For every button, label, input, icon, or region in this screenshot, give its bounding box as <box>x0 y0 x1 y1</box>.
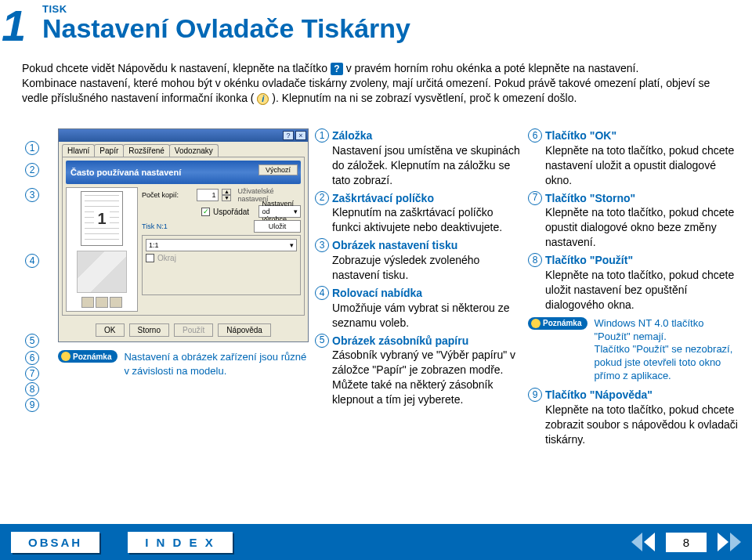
obsah-button[interactable]: OBSAH <box>11 532 99 553</box>
list-item: 8Tlačítko "Použít"Klepněte na toto tlačí… <box>528 253 743 313</box>
page-section-number: 1 <box>2 0 26 51</box>
dialog-screenshot: ? × Hlavní Papír Rozšířené Vodoznaky Čas… <box>58 128 309 342</box>
item-number: 8 <box>528 253 542 267</box>
item-body: Klepněte na toto tlačítko, pokud chcete … <box>545 143 743 188</box>
preset-select[interactable]: Nastavení od výrobce▾ <box>258 205 301 218</box>
prev-button[interactable] <box>631 533 655 551</box>
list-item: 3Obrázek nastavení tiskuZobrazuje výsled… <box>315 238 522 283</box>
item-title: Tlačítko "OK" <box>545 128 616 143</box>
tray-icons <box>81 297 122 308</box>
item-title: Obrázek nastavení tisku <box>332 238 457 253</box>
page-number: 8 <box>666 533 707 552</box>
tab-row: Hlavní Papír Rozšířené Vodoznaky <box>59 142 308 157</box>
item-title: Obrázek zásobníků papíru <box>332 334 468 349</box>
titlebar-close-button[interactable]: × <box>295 131 306 140</box>
info-icon: i <box>257 93 269 105</box>
item-number: 9 <box>528 388 542 402</box>
copies-spinner[interactable]: ▲▼ <box>222 189 231 201</box>
callout-8: 8 <box>25 382 39 396</box>
list-item: 9Tlačítko "Nápověda"Klepněte na toto tla… <box>528 388 743 447</box>
cancel-button[interactable]: Storno <box>129 323 169 337</box>
callout-2: 2 <box>25 163 39 177</box>
intro-paragraph: Pokud chcete vidět Nápovědu k nastavení,… <box>22 61 736 106</box>
item-number: 3 <box>315 238 329 252</box>
item-body: Klepněte na toto tlačítko, pokud chcete … <box>545 268 743 313</box>
explanation-list-b: 6Tlačítko "OK"Klepněte na toto tlačítko,… <box>528 128 743 450</box>
item-number: 1 <box>315 128 329 143</box>
tisk-select[interactable]: 1:1▾ <box>146 239 297 251</box>
item-body: Klepnutím na zaškrtávací políčko funkci … <box>332 205 522 235</box>
next-button[interactable] <box>718 533 741 551</box>
item-body: Klepněte na toto tlačítko, pokud chcete … <box>545 205 743 250</box>
list-item: 4Rolovací nabídkaUmožňuje vám vybrat si … <box>315 286 522 331</box>
list-item: 1ZáložkaNastavení jsou umístěna ve skupi… <box>315 128 522 188</box>
right-note-text: Windows NT 4.0 tlačítko "Použít" nemají.… <box>594 317 743 383</box>
help-button[interactable]: Nápověda <box>218 323 271 337</box>
item-body: Zobrazuje výsledek zvoleného nastavení t… <box>332 253 522 283</box>
index-button[interactable]: I N D E X <box>128 532 233 553</box>
border-checkbox[interactable] <box>146 254 154 262</box>
item-body: Nastavení jsou umístěna ve skupinách do … <box>332 143 522 188</box>
list-item: 7Tlačítko "Storno"Klepněte na toto tlačí… <box>528 191 743 251</box>
copies-label: Počet kopií: <box>142 191 193 199</box>
help-icon: ? <box>331 63 343 75</box>
collate-checkbox[interactable]: ✓ <box>201 208 210 216</box>
callout-5: 5 <box>25 334 39 348</box>
item-title: Rolovací nabídka <box>332 286 422 301</box>
item-body: Umožňuje vám vybrat si některou ze sezna… <box>332 301 522 331</box>
collate-label: Uspořádat <box>213 208 249 216</box>
preview-pane: 1 <box>66 187 138 312</box>
item-title: Tlačítko "Storno" <box>545 191 635 206</box>
printer-thumb <box>77 251 127 293</box>
titlebar-help-button[interactable]: ? <box>283 131 294 140</box>
apply-button[interactable]: Použít <box>174 323 213 337</box>
panel-banner: Často používaná nastavení Výchozí <box>66 161 301 184</box>
pin-icon <box>61 352 70 361</box>
callout-1: 1 <box>25 141 39 155</box>
page-title: Nastavení Ovladače Tiskárny <box>42 15 410 43</box>
callout-markers: 1 2 3 4 5 6 7 8 9 <box>16 128 52 410</box>
item-number: 2 <box>315 191 329 205</box>
callout-4: 4 <box>25 254 39 268</box>
note-badge: Poznámka <box>58 350 118 363</box>
page-thumb: 1 <box>81 191 123 246</box>
list-item: 5Obrázek zásobníků papíruZásobník vybran… <box>315 334 522 407</box>
callout-3: 3 <box>25 188 39 202</box>
border-label: Okraj <box>157 254 176 262</box>
item-body: Zásobník vybraný ve "Výběr papíru" v zál… <box>332 348 522 407</box>
list-item: 2Zaškrtávací políčkoKlepnutím na zaškrtá… <box>315 191 522 236</box>
callout-9: 9 <box>25 398 39 412</box>
callout-6: 6 <box>25 351 39 365</box>
tisk-label: Tisk N:1 <box>142 222 198 230</box>
item-number: 6 <box>528 128 542 143</box>
callout-7: 7 <box>25 367 39 381</box>
tab-vodoznaky[interactable]: Vodoznaky <box>169 144 219 157</box>
default-button[interactable]: Výchozí <box>258 164 298 175</box>
save-button[interactable]: Uložit <box>254 220 301 233</box>
tab-hlavni[interactable]: Hlavní <box>62 144 95 157</box>
item-title: Tlačítko "Nápověda" <box>545 388 653 403</box>
pin-icon <box>531 319 540 328</box>
list-item: 6Tlačítko "OK"Klepněte na toto tlačítko,… <box>528 128 743 188</box>
item-title: Zaškrtávací políčko <box>332 191 434 206</box>
note-badge: Poznámka <box>528 317 588 330</box>
item-number: 5 <box>315 334 329 348</box>
item-title: Tlačítko "Použít" <box>545 253 633 268</box>
tab-rozsirene[interactable]: Rozšířené <box>123 144 170 157</box>
item-body: Klepněte na toto tlačítko, pokud chcete … <box>545 403 743 447</box>
tab-papir[interactable]: Papír <box>94 144 124 157</box>
dialog-buttons: OK Storno Použít Nápověda <box>59 319 308 341</box>
item-number: 7 <box>528 191 542 205</box>
footer-bar: OBSAH I N D E X 8 <box>0 524 752 560</box>
caption-text: Nastavení a obrázek zařízení jsou různé … <box>124 350 309 378</box>
titlebar: ? × <box>59 129 308 142</box>
tisk-fieldset: 1:1▾ Okraj <box>142 235 301 295</box>
item-title: Záložka <box>332 128 372 143</box>
item-number: 4 <box>315 286 329 300</box>
explanation-list-a: 1ZáložkaNastavení jsou umístěna ve skupi… <box>315 128 522 450</box>
copies-input[interactable]: 1 <box>197 189 219 201</box>
ok-button[interactable]: OK <box>96 323 124 337</box>
